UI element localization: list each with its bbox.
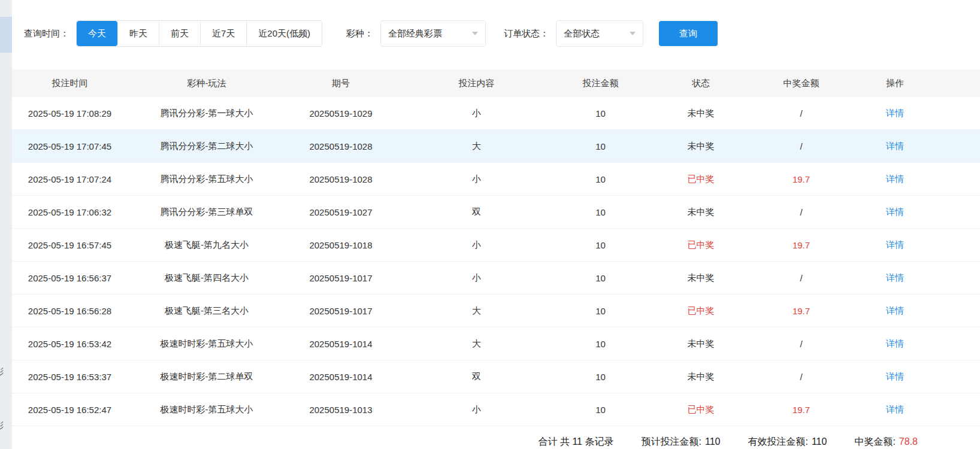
order-history-page: 彩 彩 查询时间： 今天昨天前天近7天近20天(低频) 彩种： 全部经典彩票 订… [0,0,980,449]
detail-link[interactable]: 详情 [886,272,904,283]
summary-footer: 合计 共 11 条记录 预计投注金额:110有效投注金额:110中奖金额:78.… [12,426,980,448]
footer-stat-label: 有效投注金额: [748,436,807,447]
cell-action: 详情 [845,130,945,163]
cell-time: 2025-05-19 17:07:45 [12,130,128,163]
footer-stat-value: 110 [705,436,721,447]
cell-game: 极速时时彩-第五球大小 [128,327,286,360]
cell-time: 2025-05-19 17:08:29 [12,97,128,130]
detail-link[interactable]: 详情 [886,239,904,250]
cell-issue: 20250519-1029 [286,97,396,130]
cell-prize: / [758,360,845,393]
footer-stat: 预计投注金额:110 [641,436,720,448]
order-status-select[interactable]: 全部状态 [556,20,643,47]
sidebar-item-clipped[interactable]: 彩 [0,366,12,377]
cell-time: 2025-05-19 16:53:37 [12,360,128,393]
detail-link[interactable]: 详情 [886,108,904,118]
time-filter-option[interactable]: 昨天 [117,21,159,46]
cell-action: 详情 [845,229,945,262]
cell-time: 2025-05-19 16:57:45 [12,229,128,262]
cell-time: 2025-05-19 17:07:24 [12,163,128,196]
cell-action: 详情 [845,393,945,426]
cell-action: 详情 [845,262,945,295]
row-spacer [945,130,980,163]
detail-link[interactable]: 详情 [886,305,904,315]
cell-issue: 20250519-1028 [286,163,396,196]
cell-status: 已中奖 [644,163,758,196]
cell-prize: 19.7 [758,393,845,426]
cell-prize: / [758,262,845,295]
table-row: 2025-05-19 16:52:47极速时时彩-第五球大小20250519-1… [12,393,980,426]
cell-amount: 10 [557,327,644,360]
orders-table: 投注时间彩种-玩法期号投注内容投注金额状态中奖金额操作 2025-05-19 1… [12,69,980,426]
query-button[interactable]: 查询 [659,21,718,46]
cell-action: 详情 [845,295,945,327]
column-header: 投注内容 [396,69,557,97]
cell-game: 极速飞艇-第九名大小 [128,229,286,262]
time-filter-option[interactable]: 近20天(低频) [246,21,322,46]
cell-amount: 10 [557,196,644,229]
table-row: 2025-05-19 16:53:42极速时时彩-第五球大小20250519-1… [12,327,980,360]
cell-time: 2025-05-19 16:56:37 [12,262,128,295]
footer-stat-value: 110 [812,436,827,447]
cell-action: 详情 [845,196,945,229]
cell-issue: 20250519-1017 [286,295,396,327]
cell-amount: 10 [557,163,644,196]
column-header: 中奖金额 [758,69,845,97]
lottery-select-value: 全部经典彩票 [388,28,442,40]
detail-link[interactable]: 详情 [886,404,904,414]
time-filter-option[interactable]: 今天 [77,21,117,46]
cell-issue: 20250519-1028 [286,130,396,163]
cell-content: 小 [396,229,557,262]
column-header: 彩种-玩法 [128,69,286,97]
time-filter-option[interactable]: 近7天 [200,21,246,46]
cell-game: 极速时时彩-第五球大小 [128,393,286,426]
cell-content: 大 [396,327,557,360]
table-row: 2025-05-19 16:57:45极速飞艇-第九名大小20250519-10… [12,229,980,262]
cell-status: 未中奖 [644,262,758,295]
column-header: 操作 [845,69,945,97]
lottery-select[interactable]: 全部经典彩票 [380,20,486,47]
cell-content: 双 [396,360,557,393]
cell-prize: / [758,97,845,130]
cell-time: 2025-05-19 17:06:32 [12,196,128,229]
cell-content: 双 [396,196,557,229]
cell-action: 详情 [845,163,945,196]
detail-link[interactable]: 详情 [886,141,904,151]
cell-game: 腾讯分分彩-第一球大小 [128,97,286,130]
cell-action: 详情 [845,327,945,360]
detail-link[interactable]: 详情 [886,174,904,184]
sidebar-active-item[interactable] [0,17,12,53]
cell-time: 2025-05-19 16:53:42 [12,327,128,360]
cell-status: 已中奖 [644,393,758,426]
detail-link[interactable]: 详情 [886,338,904,348]
detail-link[interactable]: 详情 [886,207,904,217]
table-row: 2025-05-19 17:06:32腾讯分分彩-第三球单双20250519-1… [12,196,980,229]
sidebar-item-clipped-label: 彩 [0,420,4,431]
cell-issue: 20250519-1017 [286,262,396,295]
cell-time: 2025-05-19 16:52:47 [12,393,128,426]
table-row: 2025-05-19 16:56:37极速飞艇-第四名大小20250519-10… [12,262,980,295]
chevron-down-icon [630,32,636,35]
main-content: 查询时间： 今天昨天前天近7天近20天(低频) 彩种： 全部经典彩票 订单状态：… [12,0,980,449]
row-spacer [945,262,980,295]
cell-amount: 10 [557,262,644,295]
time-filter-option[interactable]: 前天 [159,21,200,46]
cell-content: 小 [396,262,557,295]
cell-issue: 20250519-1018 [286,229,396,262]
cell-game: 极速时时彩-第二球单双 [128,360,286,393]
cell-game: 腾讯分分彩-第二球大小 [128,130,286,163]
time-range-group: 今天昨天前天近7天近20天(低频) [76,20,322,47]
cell-prize: / [758,327,845,360]
cell-status: 未中奖 [644,360,758,393]
cell-content: 小 [396,163,557,196]
cell-amount: 10 [557,393,644,426]
header-spacer [945,69,980,97]
detail-link[interactable]: 详情 [886,371,904,381]
sidebar-item-clipped[interactable]: 彩 [0,420,12,431]
cell-amount: 10 [557,229,644,262]
cell-amount: 10 [557,360,644,393]
footer-stat-label: 中奖金额: [854,436,895,447]
cell-prize: 19.7 [758,295,845,327]
cell-issue: 20250519-1014 [286,327,396,360]
lottery-filter-label: 彩种： [346,28,373,40]
